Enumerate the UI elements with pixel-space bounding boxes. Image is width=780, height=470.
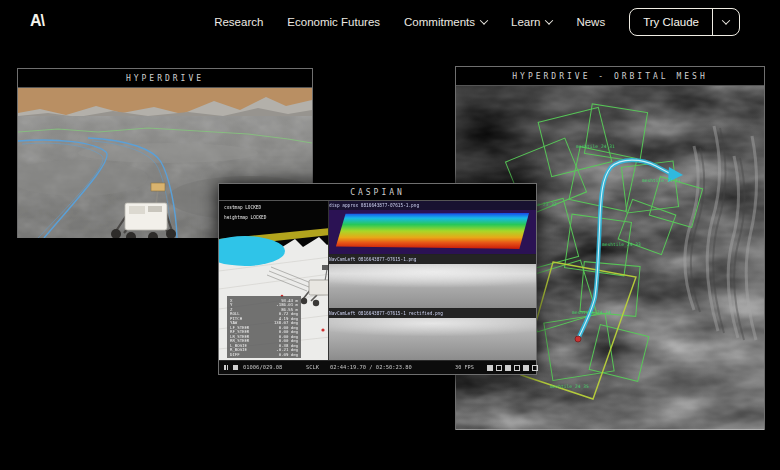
chevron-down-icon xyxy=(480,16,488,24)
navcam-rectified-filename: NavCamLeft_0816643877-07615-1_rectified.… xyxy=(329,311,443,316)
statusbar-tools: 30 FPS xyxy=(455,363,538,372)
tool-icon[interactable] xyxy=(523,365,529,371)
nav-label: Learn xyxy=(511,16,540,28)
rover-mast-head xyxy=(151,183,165,191)
caspian-panel-title: CASPIAN xyxy=(219,184,536,201)
navcam-image xyxy=(329,264,536,308)
sclk-time: 02:44:19.70 / 02:50:23.80 xyxy=(330,364,412,370)
anthropic-logo[interactable]: A\ xyxy=(30,12,44,30)
disparity-subpanel: disp_approx_0816643877-07615-1.png xyxy=(329,201,536,255)
top-navigation: A\ Research Economic Futures Commitments… xyxy=(0,0,780,44)
nav-label: News xyxy=(576,16,605,28)
waypoint-dot xyxy=(321,328,324,331)
tool-icon[interactable] xyxy=(487,365,493,371)
nav-label: Economic Futures xyxy=(287,16,380,28)
disparity-gradient xyxy=(336,213,529,249)
navcam-rectified-header: NavCamLeft_0816643877-07615-1_rectified.… xyxy=(329,309,536,318)
nav-item-commitments[interactable]: Commitments xyxy=(404,16,487,28)
nav-item-research[interactable]: Research xyxy=(214,16,263,28)
costmap-status: costmap LOCKED xyxy=(224,205,266,211)
tool-icon[interactable] xyxy=(514,365,520,371)
caspian-body: costmap LOCKED heightmap LOCKED xyxy=(219,201,536,362)
nav-item-economic-futures[interactable]: Economic Futures xyxy=(287,16,380,28)
navcam-rectified-image xyxy=(329,318,536,362)
telemetry-readout: X93.43 m Y-186.01 m Z86.55 m ROLL0.72 de… xyxy=(227,296,301,358)
nav-label: Commitments xyxy=(404,16,475,28)
lock-status-overlay: costmap LOCKED heightmap LOCKED xyxy=(224,205,301,225)
chevron-down-icon xyxy=(545,16,553,24)
rover-position-marker xyxy=(575,336,581,342)
nav-item-news[interactable]: News xyxy=(576,16,605,28)
navcam-rectified-subpanel: NavCamLeft_0816643877-07615-1_rectified.… xyxy=(329,309,536,362)
nav-links: Research Economic Futures Commitments Le… xyxy=(214,8,780,36)
nav-item-learn[interactable]: Learn xyxy=(511,16,552,28)
navcam-subpanel: NavCamLeft_0816643877-07615-1.png xyxy=(329,255,536,309)
caspian-status-bar: 01006/029.08 SCLK 02:44:19.70 / 02:50:23… xyxy=(219,360,536,374)
fps-indicator: 30 FPS xyxy=(455,365,474,371)
try-claude-label: Try Claude xyxy=(630,9,712,35)
pause-button[interactable] xyxy=(224,365,228,370)
tool-icon[interactable] xyxy=(505,365,511,371)
telemetry-row: DIFF0.09 deg xyxy=(230,352,298,357)
chevron-down-icon xyxy=(722,16,730,24)
disparity-filename: disp_approx_0816643877-07615-1.png xyxy=(329,203,419,208)
try-claude-button[interactable]: Try Claude xyxy=(629,8,740,36)
hyperdrive-panel-title: HYPERDRIVE xyxy=(18,69,312,88)
heightmap-status: heightmap LOCKED xyxy=(224,215,266,221)
caspian-panel: CASPIAN costmap LOCKED heightmap LOCKED xyxy=(218,183,537,375)
nav-label: Research xyxy=(214,16,263,28)
caspian-image-column: disp_approx_0816643877-07615-1.png NavCa… xyxy=(328,201,536,362)
navcam-subpanel-header: NavCamLeft_0816643877-07615-1.png xyxy=(329,255,536,264)
disparity-subpanel-header: disp_approx_0816643877-07615-1.png xyxy=(329,201,536,210)
navcam-filename: NavCamLeft_0816643877-07615-1.png xyxy=(329,257,416,262)
sclk-label: SCLK xyxy=(306,364,319,370)
stop-button[interactable] xyxy=(233,365,238,370)
page: A\ Research Economic Futures Commitments… xyxy=(0,0,780,470)
frame-counter: 01006/029.08 xyxy=(243,364,282,370)
orbital-panel-title: HYPERDRIVE - ORBITAL MESH xyxy=(456,67,764,86)
disparity-map xyxy=(329,210,536,254)
caspian-3d-view: costmap LOCKED heightmap LOCKED xyxy=(219,201,328,362)
try-claude-dropdown[interactable] xyxy=(712,9,739,35)
tool-icon[interactable] xyxy=(532,365,538,371)
tool-icon[interactable] xyxy=(496,365,502,371)
